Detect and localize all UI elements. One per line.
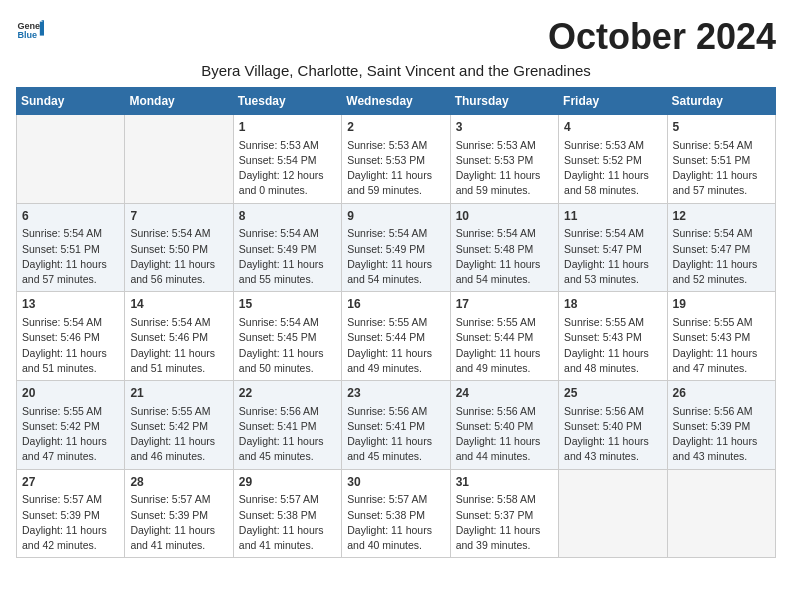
day-number: 21 (130, 385, 227, 402)
calendar-cell: 31Sunrise: 5:58 AMSunset: 5:37 PMDayligh… (450, 469, 558, 558)
day-number: 4 (564, 119, 661, 136)
day-info: Sunrise: 5:54 AMSunset: 5:49 PMDaylight:… (239, 226, 336, 287)
day-info: Sunrise: 5:53 AMSunset: 5:54 PMDaylight:… (239, 138, 336, 199)
daylight-label: Daylight: 11 hours and 53 minutes. (564, 258, 649, 285)
day-header-friday: Friday (559, 88, 667, 115)
calendar-week-row: 1Sunrise: 5:53 AMSunset: 5:54 PMDaylight… (17, 115, 776, 204)
daylight-label: Daylight: 11 hours and 51 minutes. (22, 347, 107, 374)
daylight-label: Daylight: 11 hours and 43 minutes. (564, 435, 649, 462)
day-info: Sunrise: 5:55 AMSunset: 5:43 PMDaylight:… (673, 315, 770, 376)
day-number: 5 (673, 119, 770, 136)
day-number: 7 (130, 208, 227, 225)
calendar-cell: 17Sunrise: 5:55 AMSunset: 5:44 PMDayligh… (450, 292, 558, 381)
daylight-label: Daylight: 11 hours and 48 minutes. (564, 347, 649, 374)
calendar-cell: 5Sunrise: 5:54 AMSunset: 5:51 PMDaylight… (667, 115, 775, 204)
calendar-cell: 9Sunrise: 5:54 AMSunset: 5:49 PMDaylight… (342, 203, 450, 292)
day-info: Sunrise: 5:53 AMSunset: 5:53 PMDaylight:… (456, 138, 553, 199)
day-info: Sunrise: 5:56 AMSunset: 5:41 PMDaylight:… (347, 404, 444, 465)
day-number: 12 (673, 208, 770, 225)
calendar-cell: 12Sunrise: 5:54 AMSunset: 5:47 PMDayligh… (667, 203, 775, 292)
calendar-cell: 24Sunrise: 5:56 AMSunset: 5:40 PMDayligh… (450, 381, 558, 470)
subtitle: Byera Village, Charlotte, Saint Vincent … (16, 62, 776, 79)
daylight-label: Daylight: 11 hours and 40 minutes. (347, 524, 432, 551)
day-info: Sunrise: 5:55 AMSunset: 5:44 PMDaylight:… (347, 315, 444, 376)
calendar-cell: 2Sunrise: 5:53 AMSunset: 5:53 PMDaylight… (342, 115, 450, 204)
calendar-cell (667, 469, 775, 558)
daylight-label: Daylight: 11 hours and 57 minutes. (22, 258, 107, 285)
calendar-cell: 26Sunrise: 5:56 AMSunset: 5:39 PMDayligh… (667, 381, 775, 470)
day-info: Sunrise: 5:55 AMSunset: 5:42 PMDaylight:… (130, 404, 227, 465)
calendar-cell (17, 115, 125, 204)
day-header-tuesday: Tuesday (233, 88, 341, 115)
daylight-label: Daylight: 11 hours and 44 minutes. (456, 435, 541, 462)
day-number: 15 (239, 296, 336, 313)
day-number: 19 (673, 296, 770, 313)
day-info: Sunrise: 5:55 AMSunset: 5:44 PMDaylight:… (456, 315, 553, 376)
calendar-cell: 16Sunrise: 5:55 AMSunset: 5:44 PMDayligh… (342, 292, 450, 381)
day-info: Sunrise: 5:56 AMSunset: 5:41 PMDaylight:… (239, 404, 336, 465)
daylight-label: Daylight: 12 hours and 0 minutes. (239, 169, 324, 196)
calendar-cell: 11Sunrise: 5:54 AMSunset: 5:47 PMDayligh… (559, 203, 667, 292)
calendar-cell: 21Sunrise: 5:55 AMSunset: 5:42 PMDayligh… (125, 381, 233, 470)
day-number: 27 (22, 474, 119, 491)
calendar-cell (559, 469, 667, 558)
calendar-cell: 19Sunrise: 5:55 AMSunset: 5:43 PMDayligh… (667, 292, 775, 381)
day-info: Sunrise: 5:56 AMSunset: 5:39 PMDaylight:… (673, 404, 770, 465)
calendar-cell: 3Sunrise: 5:53 AMSunset: 5:53 PMDaylight… (450, 115, 558, 204)
day-number: 1 (239, 119, 336, 136)
day-number: 16 (347, 296, 444, 313)
calendar-cell: 20Sunrise: 5:55 AMSunset: 5:42 PMDayligh… (17, 381, 125, 470)
calendar-cell: 27Sunrise: 5:57 AMSunset: 5:39 PMDayligh… (17, 469, 125, 558)
calendar-cell: 6Sunrise: 5:54 AMSunset: 5:51 PMDaylight… (17, 203, 125, 292)
day-info: Sunrise: 5:57 AMSunset: 5:39 PMDaylight:… (22, 492, 119, 553)
day-number: 20 (22, 385, 119, 402)
daylight-label: Daylight: 11 hours and 54 minutes. (347, 258, 432, 285)
day-number: 22 (239, 385, 336, 402)
day-number: 11 (564, 208, 661, 225)
day-info: Sunrise: 5:54 AMSunset: 5:51 PMDaylight:… (22, 226, 119, 287)
day-number: 29 (239, 474, 336, 491)
daylight-label: Daylight: 11 hours and 59 minutes. (347, 169, 432, 196)
day-info: Sunrise: 5:56 AMSunset: 5:40 PMDaylight:… (456, 404, 553, 465)
calendar-cell: 22Sunrise: 5:56 AMSunset: 5:41 PMDayligh… (233, 381, 341, 470)
daylight-label: Daylight: 11 hours and 52 minutes. (673, 258, 758, 285)
day-info: Sunrise: 5:53 AMSunset: 5:52 PMDaylight:… (564, 138, 661, 199)
day-info: Sunrise: 5:54 AMSunset: 5:46 PMDaylight:… (22, 315, 119, 376)
day-header-sunday: Sunday (17, 88, 125, 115)
calendar-cell: 28Sunrise: 5:57 AMSunset: 5:39 PMDayligh… (125, 469, 233, 558)
day-info: Sunrise: 5:56 AMSunset: 5:40 PMDaylight:… (564, 404, 661, 465)
calendar-cell: 4Sunrise: 5:53 AMSunset: 5:52 PMDaylight… (559, 115, 667, 204)
day-number: 23 (347, 385, 444, 402)
day-number: 6 (22, 208, 119, 225)
calendar-cell: 15Sunrise: 5:54 AMSunset: 5:45 PMDayligh… (233, 292, 341, 381)
calendar-cell: 14Sunrise: 5:54 AMSunset: 5:46 PMDayligh… (125, 292, 233, 381)
day-info: Sunrise: 5:54 AMSunset: 5:47 PMDaylight:… (564, 226, 661, 287)
day-number: 10 (456, 208, 553, 225)
day-info: Sunrise: 5:57 AMSunset: 5:38 PMDaylight:… (239, 492, 336, 553)
day-number: 31 (456, 474, 553, 491)
day-number: 28 (130, 474, 227, 491)
daylight-label: Daylight: 11 hours and 41 minutes. (130, 524, 215, 551)
daylight-label: Daylight: 11 hours and 54 minutes. (456, 258, 541, 285)
day-info: Sunrise: 5:55 AMSunset: 5:43 PMDaylight:… (564, 315, 661, 376)
header: General Blue October 2024 (16, 16, 776, 58)
day-number: 26 (673, 385, 770, 402)
calendar-cell: 23Sunrise: 5:56 AMSunset: 5:41 PMDayligh… (342, 381, 450, 470)
daylight-label: Daylight: 11 hours and 47 minutes. (22, 435, 107, 462)
daylight-label: Daylight: 11 hours and 49 minutes. (456, 347, 541, 374)
day-info: Sunrise: 5:54 AMSunset: 5:49 PMDaylight:… (347, 226, 444, 287)
calendar-cell (125, 115, 233, 204)
day-info: Sunrise: 5:54 AMSunset: 5:48 PMDaylight:… (456, 226, 553, 287)
daylight-label: Daylight: 11 hours and 56 minutes. (130, 258, 215, 285)
logo-icon: General Blue (16, 16, 44, 44)
daylight-label: Daylight: 11 hours and 42 minutes. (22, 524, 107, 551)
day-info: Sunrise: 5:54 AMSunset: 5:51 PMDaylight:… (673, 138, 770, 199)
day-header-saturday: Saturday (667, 88, 775, 115)
calendar-cell: 18Sunrise: 5:55 AMSunset: 5:43 PMDayligh… (559, 292, 667, 381)
calendar-cell: 7Sunrise: 5:54 AMSunset: 5:50 PMDaylight… (125, 203, 233, 292)
calendar-cell: 1Sunrise: 5:53 AMSunset: 5:54 PMDaylight… (233, 115, 341, 204)
day-number: 9 (347, 208, 444, 225)
calendar-week-row: 6Sunrise: 5:54 AMSunset: 5:51 PMDaylight… (17, 203, 776, 292)
day-number: 18 (564, 296, 661, 313)
daylight-label: Daylight: 11 hours and 58 minutes. (564, 169, 649, 196)
